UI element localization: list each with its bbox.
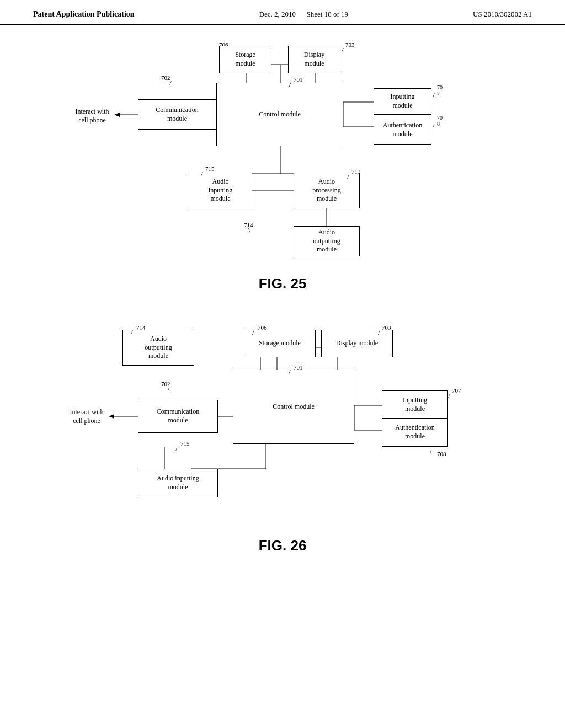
box-communication-fig26: Communication module bbox=[138, 400, 218, 433]
box-audio-inputting-fig26: Audio inputting module bbox=[138, 469, 218, 497]
ref-713-fig25: 713 bbox=[351, 168, 361, 175]
ref-715-fig26: 715 bbox=[180, 440, 190, 447]
box-audio-processing-fig25: Audio processing module bbox=[294, 173, 360, 208]
ref-715-fig25: 715 bbox=[205, 165, 215, 172]
ref-708-fig25: 708 bbox=[437, 115, 443, 127]
box-audio-outputting-fig26: Audio outputting module bbox=[122, 330, 194, 366]
ref-708-fig26: 708 bbox=[437, 451, 446, 457]
box-audio-outputting-fig25: Audio outputting module bbox=[294, 226, 360, 256]
header-publication: Patent Application Publication bbox=[33, 10, 135, 19]
fig25-svg bbox=[56, 36, 509, 267]
figure-25-container: 706 \ Storage module Display module 703 … bbox=[33, 36, 532, 303]
fig26-label: FIG. 26 bbox=[259, 537, 307, 554]
box-control-fig26: Control module bbox=[233, 370, 354, 444]
box-display-fig25: Display module bbox=[288, 46, 340, 73]
ref-703-fig26: 703 bbox=[382, 324, 391, 331]
box-storage-fig25: Storage module bbox=[219, 46, 271, 73]
ref-701-fig25: 701 bbox=[294, 76, 303, 83]
box-authentication-fig25: Authentication module bbox=[374, 115, 431, 145]
fig25-diagram: 706 \ Storage module Display module 703 … bbox=[56, 36, 509, 267]
ref-703-fig25: 703 bbox=[345, 41, 355, 48]
fig26-diagram: Audio outputting module 714 / Storage mo… bbox=[56, 320, 509, 529]
header-date-sheet: Dec. 2, 2010 Sheet 18 of 19 bbox=[259, 10, 348, 19]
header-patent-num: US 2010/302002 A1 bbox=[473, 10, 532, 19]
label-interact-fig26: Interact with cell phone bbox=[62, 408, 111, 425]
fig25-label: FIG. 25 bbox=[259, 275, 307, 292]
box-communication-fig25: Communication module bbox=[138, 99, 216, 130]
label-interact-fig25: Interact with cell phone bbox=[65, 108, 120, 125]
ref-706-fig26: 706 bbox=[258, 324, 267, 331]
box-authentication-fig26: Authentication module bbox=[382, 418, 448, 447]
ref-707-fig26: 707 bbox=[452, 387, 461, 394]
box-control-fig25: Control module bbox=[216, 83, 343, 146]
box-audio-inputting-fig25: Audio inputting module bbox=[189, 173, 252, 208]
box-storage-fig26: Storage module bbox=[244, 330, 316, 357]
ref-714-fig26: 714 bbox=[136, 324, 146, 331]
box-display-fig26: Display module bbox=[321, 330, 393, 357]
ref-701-fig26: 701 bbox=[294, 364, 303, 371]
box-inputting-fig25: Inputting module bbox=[374, 88, 431, 115]
box-inputting-fig26: Inputting module bbox=[382, 390, 448, 419]
page-header: Patent Application Publication Dec. 2, 2… bbox=[0, 0, 565, 25]
page-content: 706 \ Storage module Display module 703 … bbox=[0, 25, 565, 593]
figure-26-container: Audio outputting module 714 / Storage mo… bbox=[33, 320, 532, 565]
ref-707-fig25: 707 bbox=[437, 84, 443, 97]
